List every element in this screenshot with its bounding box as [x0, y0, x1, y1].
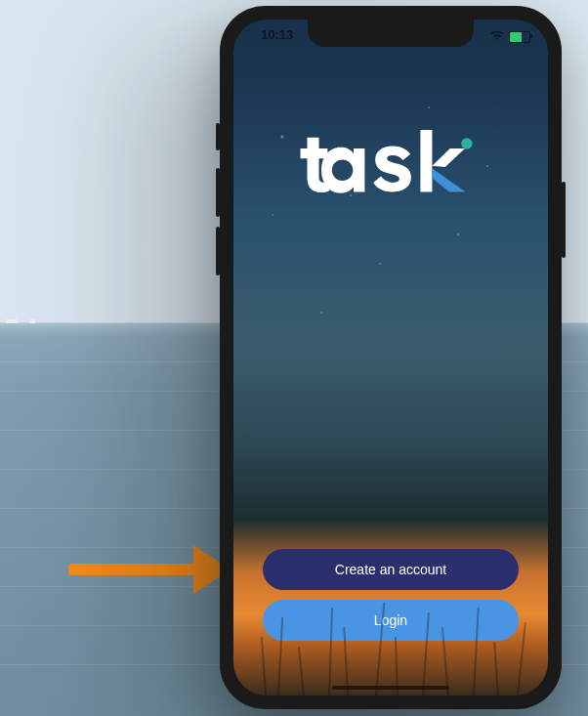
home-indicator[interactable] [332, 686, 449, 690]
svg-point-0 [461, 138, 472, 148]
create-account-label: Create an account [335, 562, 446, 577]
wifi-icon [490, 29, 504, 44]
app-logo [233, 125, 548, 203]
create-account-button[interactable]: Create an account [263, 549, 519, 590]
login-label: Login [374, 612, 407, 628]
battery-icon [509, 31, 530, 43]
status-time: 10:13 [261, 27, 293, 42]
status-bar: 10:13 [233, 25, 548, 47]
phone-screen: 10:13 [233, 20, 548, 695]
login-button[interactable]: Login [263, 600, 519, 641]
phone-frame: 10:13 [220, 6, 562, 709]
